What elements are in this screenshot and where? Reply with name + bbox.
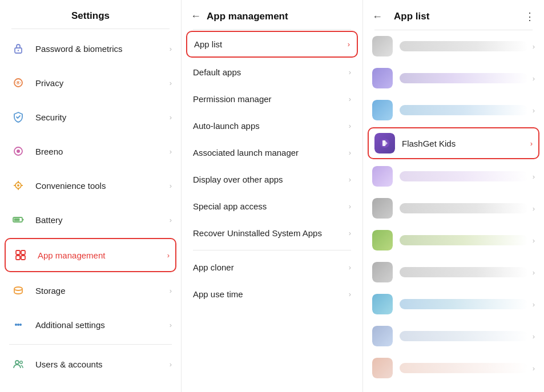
breeno-icon bbox=[9, 142, 27, 160]
app-list-header: ← App list ⋮ bbox=[363, 0, 544, 30]
sidebar-item-breeno[interactable]: Breeno › bbox=[0, 134, 181, 168]
settings-title: Settings bbox=[0, 0, 181, 29]
menu-label-auto-launch: Auto-launch apps bbox=[193, 121, 349, 131]
chevron-icon: › bbox=[533, 204, 535, 213]
chevron-icon: › bbox=[349, 148, 351, 157]
app-name-blur bbox=[400, 73, 528, 83]
list-item[interactable]: › bbox=[363, 192, 544, 224]
list-item[interactable]: › bbox=[363, 256, 544, 288]
list-item[interactable]: › bbox=[363, 30, 544, 62]
chevron-icon: › bbox=[170, 113, 172, 122]
list-item[interactable]: › bbox=[363, 224, 544, 256]
app-management-item-associated-launch[interactable]: Associated launch manager › bbox=[182, 139, 362, 166]
svg-point-19 bbox=[14, 287, 22, 290]
app-management-list: App list › Default apps › Permission man… bbox=[182, 30, 362, 392]
app-management-item-recover[interactable]: Recover Uninstalled System Apps › bbox=[182, 220, 362, 246]
app-list-panel: ← App list ⋮ › › › bbox=[363, 0, 544, 392]
settings-panel: Settings Password & biometrics › 👁 bbox=[0, 0, 182, 392]
app-management-item-permission[interactable]: Permission manager › bbox=[182, 86, 362, 112]
app-management-item-app-list[interactable]: App list › bbox=[186, 31, 358, 58]
app-management-panel: ← App management App list › Default apps… bbox=[182, 0, 363, 392]
sidebar-item-battery[interactable]: Battery › bbox=[0, 203, 181, 237]
menu-label-app-use-time: App use time bbox=[193, 289, 349, 299]
chevron-icon: › bbox=[170, 360, 172, 369]
svg-point-5 bbox=[17, 149, 20, 153]
sidebar-item-convenience-tools[interactable]: Convenience tools › bbox=[0, 168, 181, 203]
list-item[interactable]: › bbox=[363, 352, 544, 384]
sidebar-item-storage[interactable]: Storage › bbox=[0, 273, 181, 308]
app-icon bbox=[372, 358, 393, 378]
menu-label-permission: Permission manager bbox=[193, 94, 349, 104]
chevron-icon: › bbox=[530, 139, 533, 148]
app-icon bbox=[372, 36, 393, 56]
more-options-button[interactable]: ⋮ bbox=[525, 10, 535, 23]
svg-text:👁: 👁 bbox=[15, 80, 21, 86]
chevron-icon: › bbox=[533, 74, 535, 83]
menu-label-app-list: App list bbox=[194, 39, 348, 49]
app-management-item-special-access[interactable]: Special app access › bbox=[182, 193, 362, 220]
list-item[interactable]: › bbox=[363, 160, 544, 192]
sidebar-label-app-management: App management bbox=[38, 250, 167, 260]
menu-label-special-access: Special app access bbox=[193, 201, 349, 211]
chevron-icon: › bbox=[533, 268, 535, 277]
list-item[interactable]: › bbox=[363, 62, 544, 94]
sidebar-label-battery: Battery bbox=[35, 215, 170, 225]
sidebar-item-heytap-cloud[interactable]: HeyTap Cloud › bbox=[0, 381, 181, 392]
flashget-app-icon bbox=[374, 133, 395, 153]
users-icon bbox=[9, 355, 27, 373]
app-icon bbox=[372, 294, 393, 314]
app-management-item-display-over[interactable]: Display over other apps › bbox=[182, 166, 362, 193]
menu-label-recover: Recover Uninstalled System Apps bbox=[193, 228, 349, 238]
sidebar-label-password: Password & biometrics bbox=[35, 44, 170, 54]
svg-rect-16 bbox=[21, 250, 25, 254]
list-item[interactable]: › bbox=[363, 288, 544, 320]
chevron-icon: › bbox=[170, 147, 172, 156]
app-management-item-auto-launch[interactable]: Auto-launch apps › bbox=[182, 112, 362, 139]
list-item[interactable]: › bbox=[363, 320, 544, 352]
app-list-back-button[interactable]: ← bbox=[372, 11, 382, 23]
chevron-icon: › bbox=[170, 216, 172, 224]
chevron-icon: › bbox=[533, 300, 535, 309]
app-icon bbox=[372, 68, 393, 88]
sidebar-item-privacy[interactable]: 👁 Privacy › bbox=[0, 66, 181, 100]
list-item[interactable]: › bbox=[363, 94, 544, 126]
sidebar-label-breeno: Breeno bbox=[35, 147, 170, 156]
svg-point-1 bbox=[18, 50, 19, 51]
chevron-icon: › bbox=[349, 202, 351, 211]
app-management-item-default-apps[interactable]: Default apps › bbox=[182, 59, 362, 86]
sidebar-label-users: Users & accounts bbox=[35, 359, 170, 369]
app-management-item-app-cloner[interactable]: App cloner › bbox=[182, 254, 362, 281]
app-name-blur bbox=[400, 235, 528, 245]
sidebar-item-additional-settings[interactable]: Additional settings › bbox=[0, 308, 181, 342]
list-item-flashget[interactable]: FlashGet Kids › bbox=[368, 127, 539, 159]
app-icon bbox=[372, 326, 393, 346]
app-name-blur bbox=[400, 203, 528, 213]
sidebar-item-users-accounts[interactable]: Users & accounts › bbox=[0, 347, 181, 381]
sidebar-item-app-management[interactable]: App management › bbox=[5, 238, 176, 272]
app-list-container: › › › bbox=[363, 30, 544, 392]
settings-list: Password & biometrics › 👁 Privacy › bbox=[0, 29, 181, 392]
sidebar-label-privacy: Privacy bbox=[35, 78, 170, 88]
lock-icon bbox=[9, 39, 27, 58]
svg-rect-15 bbox=[16, 250, 20, 254]
app-icon bbox=[372, 262, 393, 282]
app-management-item-app-use-time[interactable]: App use time › bbox=[182, 281, 362, 308]
menu-label-associated: Associated launch manager bbox=[193, 148, 349, 157]
back-button[interactable]: ← bbox=[191, 10, 201, 22]
app-name-flashget: FlashGet Kids bbox=[402, 139, 526, 148]
tools-icon bbox=[9, 176, 27, 195]
sidebar-label-convenience: Convenience tools bbox=[35, 181, 170, 191]
sidebar-item-password-biometrics[interactable]: Password & biometrics › bbox=[0, 31, 181, 66]
privacy-icon: 👁 bbox=[9, 74, 27, 92]
svg-point-21 bbox=[17, 324, 19, 326]
chevron-icon: › bbox=[533, 106, 535, 115]
chevron-icon: › bbox=[170, 45, 172, 53]
app-name-blur bbox=[400, 299, 528, 309]
app-icon bbox=[372, 198, 393, 219]
additional-icon bbox=[9, 316, 27, 334]
chevron-icon: › bbox=[349, 263, 351, 272]
storage-icon bbox=[9, 281, 27, 300]
app-name-blur bbox=[400, 41, 528, 51]
sidebar-item-security[interactable]: Security › bbox=[0, 100, 181, 134]
chevron-icon: › bbox=[533, 364, 535, 373]
